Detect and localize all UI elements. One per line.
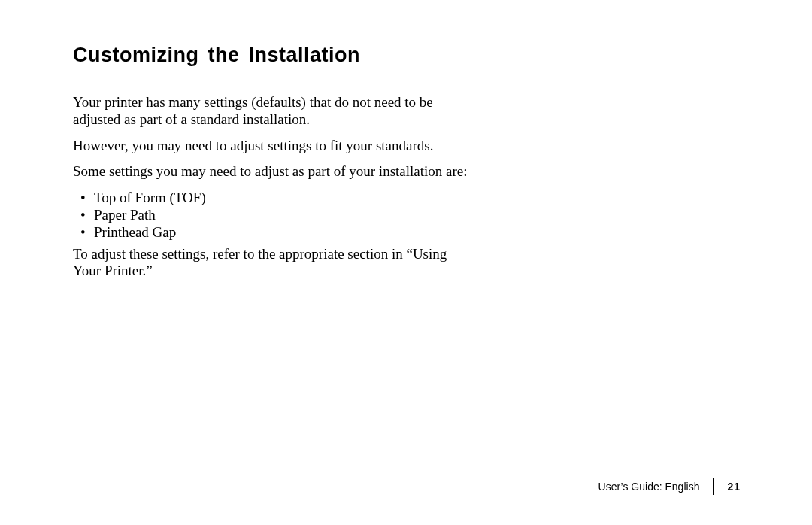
page-number: 21 <box>714 481 741 493</box>
paragraph: Some settings you may need to adjust as … <box>73 163 471 181</box>
list-item: Paper Path <box>73 207 471 224</box>
list-item: Printhead Gap <box>73 224 471 241</box>
paragraph: However, you may need to adjust settings… <box>73 138 471 155</box>
content-area: Customizing the Installation Your printe… <box>73 44 471 289</box>
document-page: Customizing the Installation Your printe… <box>0 0 812 525</box>
paragraph: Your printer has many settings (defaults… <box>73 94 471 129</box>
footer-label: User’s Guide: English <box>598 481 714 493</box>
settings-list: Top of Form (TOF) Paper Path Printhead G… <box>73 190 471 241</box>
list-item: Top of Form (TOF) <box>73 190 471 207</box>
page-footer: User’s Guide: English 21 <box>598 478 741 495</box>
section-heading: Customizing the Installation <box>73 44 471 67</box>
paragraph: To adjust these settings, refer to the a… <box>73 246 471 281</box>
